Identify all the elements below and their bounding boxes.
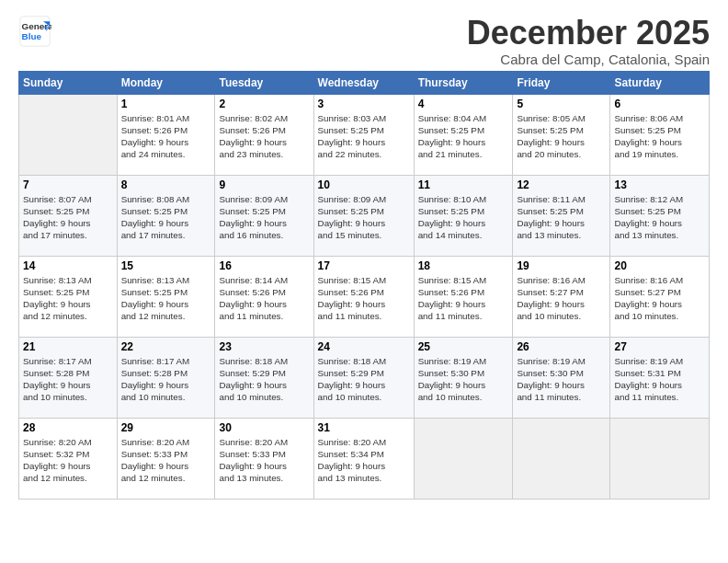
- day-number: 17: [318, 259, 410, 272]
- day-info: Sunrise: 8:15 AM Sunset: 5:26 PM Dayligh…: [318, 274, 410, 323]
- day-cell: 25Sunrise: 8:19 AM Sunset: 5:30 PM Dayli…: [414, 337, 513, 418]
- day-number: 23: [219, 340, 309, 353]
- day-cell: [610, 418, 710, 499]
- day-info: Sunrise: 8:09 AM Sunset: 5:25 PM Dayligh…: [318, 193, 410, 242]
- day-info: Sunrise: 8:19 AM Sunset: 5:30 PM Dayligh…: [517, 355, 606, 404]
- day-cell: 18Sunrise: 8:15 AM Sunset: 5:26 PM Dayli…: [414, 256, 513, 337]
- day-cell: 15Sunrise: 8:13 AM Sunset: 5:25 PM Dayli…: [117, 256, 215, 337]
- day-info: Sunrise: 8:11 AM Sunset: 5:25 PM Dayligh…: [517, 193, 606, 242]
- week-row-3: 14Sunrise: 8:13 AM Sunset: 5:25 PM Dayli…: [19, 256, 710, 337]
- day-cell: 17Sunrise: 8:15 AM Sunset: 5:26 PM Dayli…: [313, 256, 414, 337]
- day-number: 12: [517, 178, 606, 191]
- logo-icon: General Blue: [18, 15, 51, 48]
- day-info: Sunrise: 8:13 AM Sunset: 5:25 PM Dayligh…: [121, 274, 211, 323]
- week-row-4: 21Sunrise: 8:17 AM Sunset: 5:28 PM Dayli…: [19, 337, 710, 418]
- day-info: Sunrise: 8:16 AM Sunset: 5:27 PM Dayligh…: [614, 274, 705, 323]
- day-info: Sunrise: 8:12 AM Sunset: 5:25 PM Dayligh…: [614, 193, 705, 242]
- day-info: Sunrise: 8:18 AM Sunset: 5:29 PM Dayligh…: [219, 355, 309, 404]
- day-number: 20: [614, 259, 705, 272]
- day-info: Sunrise: 8:05 AM Sunset: 5:25 PM Dayligh…: [517, 112, 606, 161]
- day-cell: 16Sunrise: 8:14 AM Sunset: 5:26 PM Dayli…: [215, 256, 313, 337]
- day-info: Sunrise: 8:17 AM Sunset: 5:28 PM Dayligh…: [121, 355, 211, 404]
- day-info: Sunrise: 8:07 AM Sunset: 5:25 PM Dayligh…: [23, 193, 113, 242]
- day-info: Sunrise: 8:20 AM Sunset: 5:33 PM Dayligh…: [121, 436, 211, 485]
- day-cell: 4Sunrise: 8:04 AM Sunset: 5:25 PM Daylig…: [414, 94, 513, 175]
- day-number: 14: [23, 259, 113, 272]
- day-info: Sunrise: 8:19 AM Sunset: 5:30 PM Dayligh…: [418, 355, 509, 404]
- col-monday: Monday: [117, 71, 215, 94]
- day-info: Sunrise: 8:06 AM Sunset: 5:25 PM Dayligh…: [614, 112, 705, 161]
- day-number: 10: [318, 178, 410, 191]
- header-row: Sunday Monday Tuesday Wednesday Thursday…: [19, 71, 710, 94]
- col-tuesday: Tuesday: [215, 71, 313, 94]
- calendar-body: 1Sunrise: 8:01 AM Sunset: 5:26 PM Daylig…: [19, 94, 710, 499]
- day-cell: 6Sunrise: 8:06 AM Sunset: 5:25 PM Daylig…: [610, 94, 710, 175]
- day-number: 2: [219, 98, 309, 110]
- logo: General Blue: [18, 15, 51, 48]
- day-info: Sunrise: 8:01 AM Sunset: 5:26 PM Dayligh…: [121, 112, 211, 161]
- col-thursday: Thursday: [414, 71, 513, 94]
- day-info: Sunrise: 8:13 AM Sunset: 5:25 PM Dayligh…: [23, 274, 113, 323]
- day-info: Sunrise: 8:03 AM Sunset: 5:25 PM Dayligh…: [318, 112, 410, 161]
- day-cell: 31Sunrise: 8:20 AM Sunset: 5:34 PM Dayli…: [313, 418, 414, 499]
- day-cell: 24Sunrise: 8:18 AM Sunset: 5:29 PM Dayli…: [313, 337, 414, 418]
- day-cell: [513, 418, 610, 499]
- week-row-2: 7Sunrise: 8:07 AM Sunset: 5:25 PM Daylig…: [19, 175, 710, 256]
- day-info: Sunrise: 8:10 AM Sunset: 5:25 PM Dayligh…: [418, 193, 509, 242]
- header: General Blue December 2025 Cabra del Cam…: [18, 15, 710, 67]
- day-info: Sunrise: 8:19 AM Sunset: 5:31 PM Dayligh…: [614, 355, 705, 404]
- col-wednesday: Wednesday: [313, 71, 414, 94]
- day-cell: 2Sunrise: 8:02 AM Sunset: 5:26 PM Daylig…: [215, 94, 313, 175]
- week-row-1: 1Sunrise: 8:01 AM Sunset: 5:26 PM Daylig…: [19, 94, 710, 175]
- col-sunday: Sunday: [19, 71, 118, 94]
- day-cell: 22Sunrise: 8:17 AM Sunset: 5:28 PM Dayli…: [117, 337, 215, 418]
- day-info: Sunrise: 8:14 AM Sunset: 5:26 PM Dayligh…: [219, 274, 309, 323]
- day-cell: 28Sunrise: 8:20 AM Sunset: 5:32 PM Dayli…: [19, 418, 118, 499]
- day-number: 16: [219, 259, 309, 272]
- day-number: 13: [614, 178, 705, 191]
- title-block: December 2025 Cabra del Camp, Catalonia,…: [467, 15, 710, 67]
- day-cell: 7Sunrise: 8:07 AM Sunset: 5:25 PM Daylig…: [19, 175, 118, 256]
- day-number: 4: [418, 98, 509, 110]
- day-info: Sunrise: 8:02 AM Sunset: 5:26 PM Dayligh…: [219, 112, 309, 161]
- day-number: 31: [318, 421, 410, 434]
- day-number: 3: [318, 98, 410, 110]
- day-cell: 14Sunrise: 8:13 AM Sunset: 5:25 PM Dayli…: [19, 256, 118, 337]
- day-number: 6: [614, 98, 705, 110]
- day-number: 8: [121, 178, 211, 191]
- day-cell: 11Sunrise: 8:10 AM Sunset: 5:25 PM Dayli…: [414, 175, 513, 256]
- page: General Blue December 2025 Cabra del Cam…: [0, 0, 728, 514]
- calendar-header: Sunday Monday Tuesday Wednesday Thursday…: [19, 71, 710, 94]
- week-row-5: 28Sunrise: 8:20 AM Sunset: 5:32 PM Dayli…: [19, 418, 710, 499]
- day-number: 9: [219, 178, 309, 191]
- day-info: Sunrise: 8:20 AM Sunset: 5:33 PM Dayligh…: [219, 436, 309, 485]
- day-info: Sunrise: 8:20 AM Sunset: 5:32 PM Dayligh…: [23, 436, 113, 485]
- calendar-table: Sunday Monday Tuesday Wednesday Thursday…: [18, 71, 710, 500]
- day-cell: [414, 418, 513, 499]
- day-cell: 23Sunrise: 8:18 AM Sunset: 5:29 PM Dayli…: [215, 337, 313, 418]
- day-info: Sunrise: 8:18 AM Sunset: 5:29 PM Dayligh…: [318, 355, 410, 404]
- day-info: Sunrise: 8:04 AM Sunset: 5:25 PM Dayligh…: [418, 112, 509, 161]
- day-cell: 9Sunrise: 8:09 AM Sunset: 5:25 PM Daylig…: [215, 175, 313, 256]
- day-info: Sunrise: 8:09 AM Sunset: 5:25 PM Dayligh…: [219, 193, 309, 242]
- col-saturday: Saturday: [610, 71, 710, 94]
- day-cell: 19Sunrise: 8:16 AM Sunset: 5:27 PM Dayli…: [513, 256, 610, 337]
- day-cell: 27Sunrise: 8:19 AM Sunset: 5:31 PM Dayli…: [610, 337, 710, 418]
- day-cell: 21Sunrise: 8:17 AM Sunset: 5:28 PM Dayli…: [19, 337, 118, 418]
- day-info: Sunrise: 8:16 AM Sunset: 5:27 PM Dayligh…: [517, 274, 606, 323]
- day-info: Sunrise: 8:15 AM Sunset: 5:26 PM Dayligh…: [418, 274, 509, 323]
- day-number: 26: [517, 340, 606, 353]
- day-number: 29: [121, 421, 211, 434]
- day-number: 5: [517, 98, 606, 110]
- day-info: Sunrise: 8:20 AM Sunset: 5:34 PM Dayligh…: [318, 436, 410, 485]
- day-number: 15: [121, 259, 211, 272]
- day-cell: 10Sunrise: 8:09 AM Sunset: 5:25 PM Dayli…: [313, 175, 414, 256]
- day-cell: 5Sunrise: 8:05 AM Sunset: 5:25 PM Daylig…: [513, 94, 610, 175]
- day-cell: 1Sunrise: 8:01 AM Sunset: 5:26 PM Daylig…: [117, 94, 215, 175]
- day-cell: 29Sunrise: 8:20 AM Sunset: 5:33 PM Dayli…: [117, 418, 215, 499]
- day-number: 28: [23, 421, 113, 434]
- svg-text:Blue: Blue: [22, 31, 42, 41]
- day-number: 1: [121, 98, 211, 110]
- day-number: 7: [23, 178, 113, 191]
- day-cell: 30Sunrise: 8:20 AM Sunset: 5:33 PM Dayli…: [215, 418, 313, 499]
